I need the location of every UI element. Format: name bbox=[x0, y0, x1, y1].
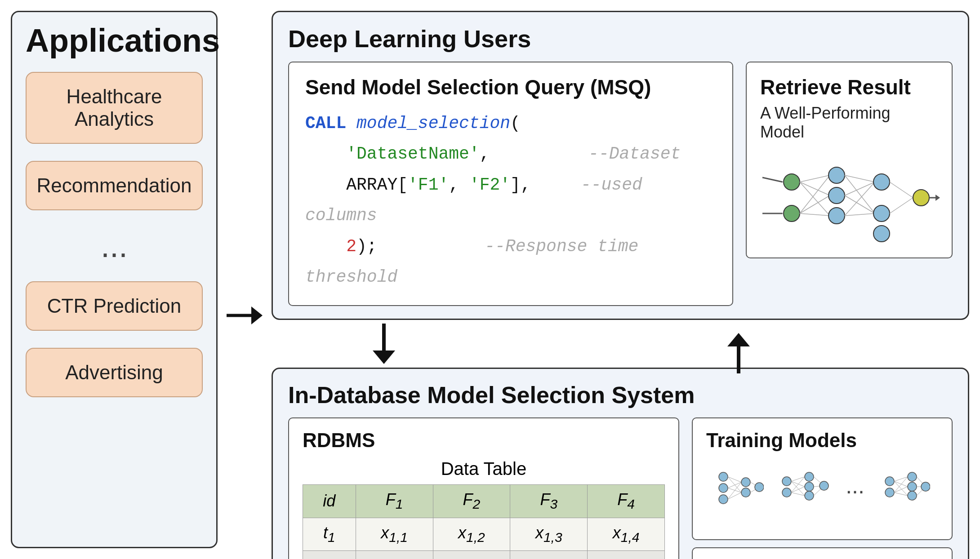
svg-point-21 bbox=[873, 174, 890, 190]
svg-point-74 bbox=[921, 482, 930, 491]
app-dots: ... bbox=[26, 227, 203, 264]
rdbms-box: RDBMS Data Table id F1 F2 F3 F bbox=[288, 417, 679, 559]
svg-marker-30 bbox=[373, 350, 395, 364]
svg-point-59 bbox=[820, 481, 829, 490]
retrieve-result-box: Retrieve Result A Well-Performing Model bbox=[746, 62, 953, 258]
svg-line-39 bbox=[728, 492, 741, 499]
applications-title: Applications bbox=[26, 23, 203, 58]
db-section: In-Database Model Selection System RDBMS… bbox=[272, 368, 969, 559]
svg-point-40 bbox=[741, 478, 750, 487]
svg-line-2 bbox=[762, 177, 783, 182]
svg-point-4 bbox=[784, 174, 800, 190]
deep-learning-title: Deep Learning Users bbox=[288, 25, 953, 53]
retrieve-subtitle: A Well-Performing Model bbox=[760, 104, 938, 142]
svg-point-70 bbox=[908, 491, 917, 500]
svg-line-52 bbox=[791, 492, 805, 496]
arrow-dl-to-db bbox=[272, 324, 969, 364]
mini-neural-nets: ... bbox=[706, 459, 938, 513]
code-block: CALL model_selection( 'DatasetName', --D… bbox=[305, 108, 716, 293]
svg-line-17 bbox=[845, 182, 875, 195]
arrow-left-to-msq bbox=[227, 83, 263, 548]
svg-marker-27 bbox=[935, 195, 940, 201]
svg-point-44 bbox=[755, 483, 764, 492]
training-title: Training Models bbox=[706, 429, 938, 452]
svg-line-49 bbox=[791, 481, 805, 496]
svg-point-13 bbox=[829, 187, 845, 204]
svg-point-14 bbox=[829, 208, 845, 224]
app-card-ctr: CTR Prediction bbox=[26, 281, 203, 331]
app-card-healthcare: HealthcareAnalytics bbox=[26, 72, 203, 144]
data-table-container: Data Table id F1 F2 F3 F4 bbox=[303, 459, 665, 559]
svg-line-66 bbox=[894, 487, 908, 492]
svg-point-31 bbox=[719, 472, 728, 481]
svg-line-7 bbox=[800, 182, 830, 195]
svg-marker-76 bbox=[727, 333, 750, 346]
retrieve-neural-net bbox=[760, 151, 938, 245]
svg-point-69 bbox=[908, 482, 917, 491]
msq-title: Send Model Selection Query (MSQ) bbox=[305, 75, 716, 99]
training-models-box: Training Models bbox=[692, 417, 953, 540]
svg-line-20 bbox=[845, 213, 875, 216]
svg-line-64 bbox=[894, 481, 908, 496]
svg-line-11 bbox=[800, 213, 830, 216]
data-table-caption: Data Table bbox=[303, 459, 665, 479]
svg-line-67 bbox=[894, 492, 908, 496]
arrow-db-to-retrieve bbox=[725, 333, 752, 375]
svg-marker-1 bbox=[251, 306, 263, 324]
deep-learning-section: Deep Learning Users Send Model Selection… bbox=[272, 11, 969, 320]
svg-line-51 bbox=[791, 487, 805, 492]
svg-line-23 bbox=[890, 182, 913, 198]
rdbms-title: RDBMS bbox=[303, 429, 665, 452]
data-table: id F1 F2 F3 F4 t1 x1,1 bbox=[303, 484, 665, 559]
svg-point-61 bbox=[885, 488, 894, 497]
msq-box: Send Model Selection Query (MSQ) CALL mo… bbox=[288, 62, 733, 306]
svg-line-24 bbox=[890, 198, 913, 213]
singa-box: 🦁 Apache SINGA bbox=[692, 547, 953, 559]
svg-point-46 bbox=[782, 488, 791, 497]
svg-point-25 bbox=[913, 190, 929, 206]
svg-line-63 bbox=[894, 481, 908, 487]
svg-point-32 bbox=[719, 484, 728, 492]
svg-line-48 bbox=[791, 481, 805, 487]
svg-point-12 bbox=[829, 167, 845, 183]
svg-point-5 bbox=[784, 205, 800, 222]
app-card-recommendation: Recommendation bbox=[26, 161, 203, 210]
svg-point-54 bbox=[805, 482, 814, 491]
svg-point-53 bbox=[805, 472, 814, 481]
svg-point-28 bbox=[873, 226, 890, 242]
applications-panel: Applications HealthcareAnalytics Recomme… bbox=[11, 11, 218, 548]
svg-point-68 bbox=[908, 472, 917, 481]
svg-point-55 bbox=[805, 491, 814, 500]
retrieve-title: Retrieve Result bbox=[760, 75, 938, 99]
app-card-advertising: Advertising bbox=[26, 348, 203, 397]
svg-point-45 bbox=[782, 477, 791, 486]
svg-point-41 bbox=[741, 488, 750, 497]
svg-point-60 bbox=[885, 477, 894, 486]
svg-point-33 bbox=[719, 495, 728, 504]
svg-point-22 bbox=[873, 205, 890, 222]
training-column: Training Models bbox=[692, 417, 953, 559]
db-title: In-Database Model Selection System bbox=[288, 382, 953, 408]
